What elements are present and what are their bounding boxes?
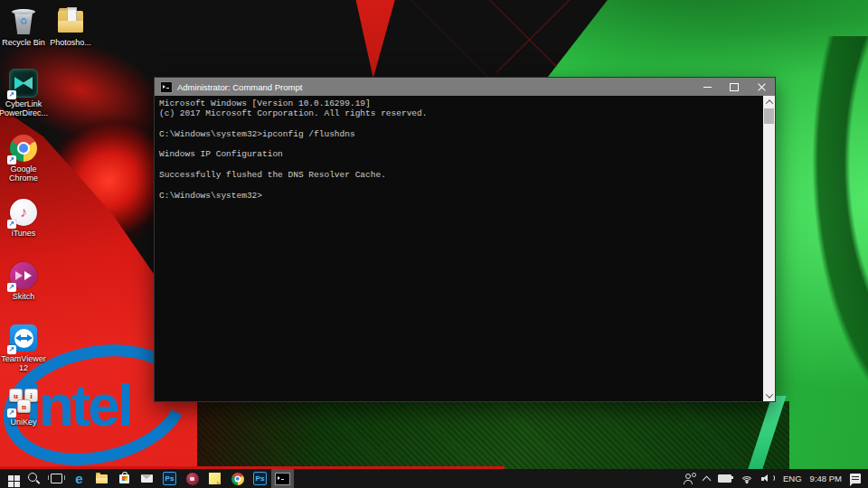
chrome-icon [231, 473, 244, 485]
language-indicator[interactable]: ENG [783, 474, 802, 483]
taskbar: e Ps Ps ENG 9:48 PM [0, 469, 868, 488]
terminal-line: (c) 2017 Microsoft Corporation. All righ… [159, 108, 763, 118]
taskbar-item-photoshop[interactable]: Ps [158, 469, 181, 488]
command-prompt-icon [275, 473, 290, 485]
icon-label: Skitch [0, 292, 52, 301]
windows-logo-icon [8, 475, 14, 481]
command-prompt-window: Administrator: Command Prompt Microsoft … [154, 77, 776, 402]
battery-icon[interactable] [718, 474, 731, 483]
icon-label: CyberLink PowerDirec... [0, 99, 52, 117]
minimize-button[interactable] [693, 78, 721, 96]
terminal-line: Microsoft Windows [Version 10.0.16299.19… [159, 99, 763, 108]
wallpaper-line [400, 0, 496, 85]
scrollbar-down-icon[interactable] [763, 389, 775, 401]
search-icon [28, 473, 40, 484]
maximize-button[interactable] [721, 78, 748, 96]
terminal-line [159, 119, 763, 129]
minimize-icon [703, 87, 712, 88]
desktop-icon-cyberlink-powerdirector[interactable]: ↗ CyberLink PowerDirec... [0, 69, 47, 117]
unikey-icon: u i n ↗ [9, 387, 38, 416]
scrollbar-up-icon[interactable] [763, 96, 775, 108]
taskbar-item-media-app[interactable] [181, 469, 203, 488]
desktop-icon-recycle-bin[interactable]: ♻ Recycle Bin [0, 7, 47, 47]
itunes-icon: ♪ ↗ [9, 198, 38, 227]
shortcut-arrow-icon: ↗ [7, 408, 16, 418]
scrollbar[interactable] [763, 96, 775, 401]
terminal-line: C:\Windows\system32>ipconfig /flushdns [159, 129, 763, 139]
folder-icon [56, 7, 85, 36]
shortcut-arrow-icon: ↗ [7, 155, 16, 164]
taskbar-item-sticky-notes[interactable] [203, 469, 226, 488]
chrome-icon: ↗ [9, 134, 38, 163]
wallpaper-bottom-strip [197, 401, 789, 470]
terminal-prompt-line: C:\Windows\system32> [159, 191, 763, 201]
desktop-icon-google-chrome[interactable]: ↗ Google Chrome [0, 134, 47, 183]
window-titlebar[interactable]: Administrator: Command Prompt [155, 78, 775, 96]
action-center-icon[interactable] [850, 474, 861, 483]
wifi-icon[interactable] [740, 474, 753, 483]
shortcut-arrow-icon: ↗ [7, 283, 16, 292]
window-controls [693, 78, 775, 96]
start-button[interactable] [0, 469, 23, 488]
edge-icon: e [75, 472, 82, 485]
taskbar-item-mail[interactable] [136, 469, 158, 488]
shortcut-arrow-icon: ↗ [7, 220, 16, 229]
icon-label: iTunes [0, 229, 52, 238]
terminal-line [159, 160, 763, 170]
system-tray: ENG 9:48 PM [683, 469, 868, 488]
mail-icon [141, 474, 153, 483]
shortcut-arrow-icon: ↗ [7, 345, 16, 354]
icon-label: Photosho... [42, 38, 99, 47]
window-title: Administrator: Command Prompt [177, 82, 302, 92]
hidden-icons-chevron-icon[interactable] [703, 475, 712, 484]
scrollbar-thumb[interactable] [764, 108, 774, 124]
recycle-bin-icon: ♻ [9, 7, 38, 36]
task-view-icon [51, 474, 62, 483]
cmd-icon [160, 81, 173, 93]
taskbar-item-file-explorer[interactable] [90, 469, 113, 488]
file-explorer-icon [96, 474, 108, 483]
icon-label: TeamViewer 12 [0, 354, 52, 372]
taskbar-item-command-prompt-active[interactable] [271, 469, 294, 488]
terminal-line: Windows IP Configuration [159, 149, 763, 159]
photoshop-icon: Ps [163, 472, 176, 485]
taskbar-item-edge[interactable]: e [68, 469, 90, 488]
desktop-icon-skitch[interactable]: ↗ Skitch [0, 261, 47, 301]
terminal-output[interactable]: Microsoft Windows [Version 10.0.16299.19… [155, 96, 763, 401]
desktop-icon-unikey[interactable]: u i n ↗ UniKey [0, 387, 47, 427]
media-app-icon [186, 473, 199, 485]
icon-label: UniKey [0, 418, 52, 427]
taskbar-item-chrome[interactable] [226, 469, 249, 488]
people-icon[interactable] [683, 474, 695, 484]
search-button[interactable] [23, 469, 45, 488]
clock[interactable]: 9:48 PM [810, 474, 842, 483]
close-icon [757, 82, 767, 92]
photoshop-icon: Ps [253, 472, 267, 485]
icon-label: Google Chrome [0, 164, 52, 183]
terminal-line: Successfully flushed the DNS Resolver Ca… [159, 170, 763, 180]
wallpaper-line [474, 0, 558, 68]
store-icon [119, 474, 129, 483]
desktop-icon-itunes[interactable]: ♪ ↗ iTunes [0, 198, 47, 238]
terminal-line [159, 180, 763, 190]
maximize-icon [730, 83, 739, 91]
close-button[interactable] [748, 78, 775, 96]
desktop-screen: intel ♻ Recycle Bin Photosho... ↗ CyberL… [0, 0, 868, 488]
skitch-icon: ↗ [9, 261, 38, 290]
desktop-icon-teamviewer[interactable]: ↗ TeamViewer 12 [0, 324, 47, 372]
teamviewer-icon: ↗ [9, 324, 38, 352]
taskbar-item-photoshop-2[interactable]: Ps [249, 469, 271, 488]
desktop-icon-photoshop-folder[interactable]: Photosho... [47, 7, 94, 47]
powerdirector-icon: ↗ [9, 69, 38, 98]
taskbar-item-store[interactable] [113, 469, 136, 488]
recycle-symbol-icon: ♻ [13, 16, 34, 26]
shortcut-arrow-icon: ↗ [7, 90, 16, 99]
volume-icon[interactable] [761, 474, 775, 483]
terminal-line [159, 139, 763, 149]
sticky-notes-icon [209, 473, 221, 484]
unikey-key-n: n [17, 399, 31, 413]
task-view-button[interactable] [45, 469, 68, 488]
